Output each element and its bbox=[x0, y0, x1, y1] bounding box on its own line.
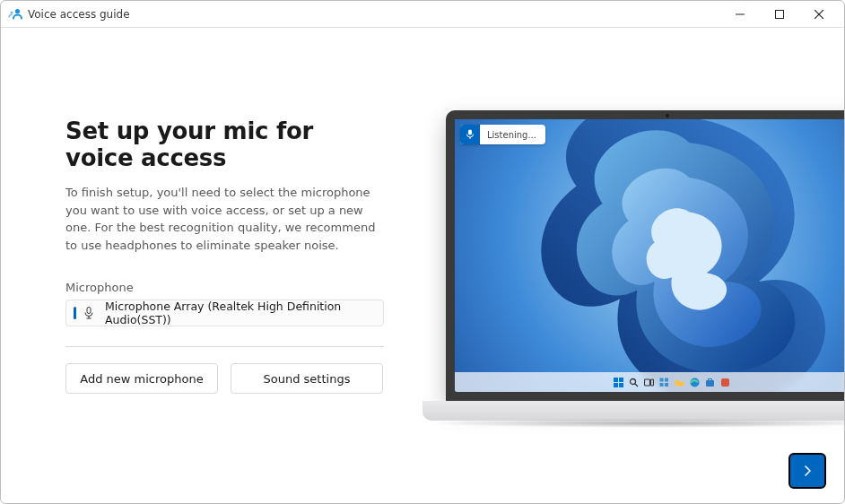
laptop-illustration: Listening... bbox=[422, 110, 844, 428]
svg-rect-20 bbox=[660, 378, 664, 381]
selection-indicator bbox=[74, 307, 76, 319]
page-description: To finish setup, you'll need to select t… bbox=[65, 184, 387, 254]
svg-rect-6 bbox=[87, 308, 91, 314]
taskbar-search-icon bbox=[629, 378, 639, 387]
window-root: Voice access guide Set up your mic for v… bbox=[0, 0, 845, 504]
svg-rect-10 bbox=[468, 130, 472, 135]
minimize-button[interactable] bbox=[720, 2, 760, 27]
taskbar-explorer-icon bbox=[675, 378, 684, 387]
svg-rect-15 bbox=[619, 383, 623, 387]
voice-access-status-pill: Listening... bbox=[460, 125, 545, 144]
divider bbox=[65, 346, 384, 347]
page-heading: Set up your mic for voice access bbox=[65, 117, 387, 171]
taskbar-edge-icon bbox=[690, 378, 700, 387]
laptop-base bbox=[422, 401, 844, 428]
svg-rect-22 bbox=[660, 383, 664, 387]
maximize-button[interactable] bbox=[760, 2, 799, 27]
svg-rect-12 bbox=[614, 378, 618, 382]
svg-rect-21 bbox=[665, 378, 668, 381]
app-icon bbox=[8, 7, 22, 22]
microphone-icon bbox=[83, 307, 94, 319]
svg-rect-19 bbox=[651, 379, 654, 386]
taskbar-app-icon bbox=[720, 378, 730, 387]
preview-panel: Listening... bbox=[387, 28, 844, 503]
taskbar-taskview-icon bbox=[644, 378, 654, 387]
microphone-field-label: Microphone bbox=[65, 281, 387, 294]
sound-settings-label: Sound settings bbox=[264, 372, 351, 386]
svg-rect-26 bbox=[721, 378, 729, 387]
svg-rect-23 bbox=[665, 383, 668, 387]
taskbar-widgets-icon bbox=[659, 378, 669, 387]
titlebar: Voice access guide bbox=[1, 1, 844, 28]
voice-access-status-text: Listening... bbox=[487, 130, 536, 140]
add-new-microphone-button[interactable]: Add new microphone bbox=[65, 363, 218, 394]
taskbar bbox=[455, 372, 844, 392]
chevron-right-icon bbox=[801, 465, 814, 477]
add-mic-label: Add new microphone bbox=[80, 372, 203, 386]
voice-access-mic-icon bbox=[460, 125, 480, 144]
sound-settings-button[interactable]: Sound settings bbox=[231, 363, 383, 394]
microphone-select[interactable]: Microphone Array (Realtek High Definitio… bbox=[65, 300, 384, 326]
svg-rect-18 bbox=[645, 379, 650, 386]
svg-point-16 bbox=[631, 378, 636, 384]
laptop-camera bbox=[666, 114, 669, 117]
close-button[interactable] bbox=[799, 2, 839, 27]
svg-rect-3 bbox=[776, 10, 784, 18]
taskbar-start-icon bbox=[614, 378, 623, 387]
windows-bloom-wallpaper bbox=[455, 119, 844, 392]
svg-rect-14 bbox=[614, 383, 618, 387]
svg-point-1 bbox=[10, 11, 13, 13]
svg-rect-13 bbox=[619, 378, 623, 382]
laptop-screen: Listening... bbox=[455, 119, 844, 392]
selected-microphone-name: Microphone Array (Realtek High Definitio… bbox=[105, 300, 376, 326]
next-button[interactable] bbox=[788, 453, 826, 489]
svg-rect-25 bbox=[706, 380, 714, 387]
setup-panel: Set up your mic for voice access To fini… bbox=[1, 28, 387, 503]
taskbar-store-icon bbox=[705, 378, 715, 387]
svg-point-0 bbox=[15, 8, 20, 13]
svg-line-17 bbox=[635, 384, 638, 387]
window-title: Voice access guide bbox=[28, 8, 130, 21]
